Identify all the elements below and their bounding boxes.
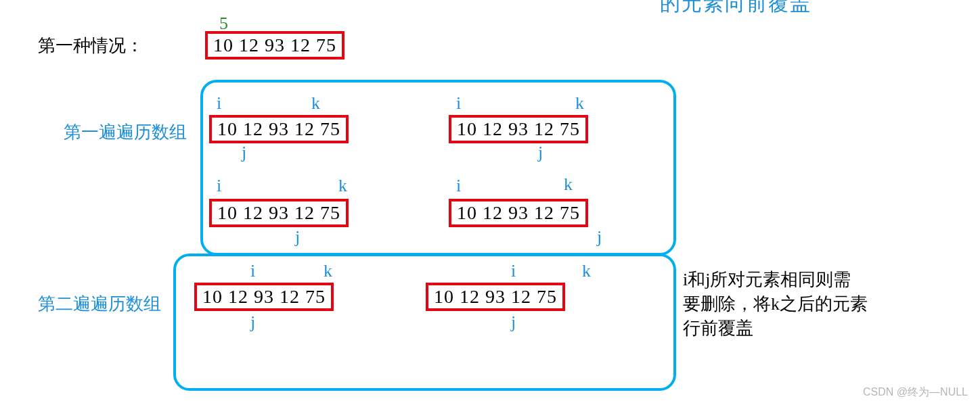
pass1-array-1: 10 12 93 12 75 [209,115,349,143]
p2a2-k: k [582,261,591,281]
p1a3-i: i [217,176,221,196]
p2a1-i: i [250,261,255,281]
p2a1-j: j [250,312,255,333]
pass2-label: 第二遍遍历数组 [38,292,161,316]
pass1-array-4: 10 12 93 12 75 [449,199,588,227]
explain-line-2: 要删除，将k之后的元素 [683,292,906,316]
p1a3-k: k [338,176,347,196]
p2a2-i: i [511,261,516,281]
p1a4-j: j [597,227,602,247]
p1a1-j: j [242,143,246,163]
pass1-label: 第一遍遍历数组 [64,120,187,144]
p1a4-i: i [456,176,461,196]
p1a2-i: i [456,93,461,114]
pass2-panel [173,254,676,391]
p1a4-k: k [564,174,573,195]
pass1-array-3: 10 12 93 12 75 [209,199,349,227]
case-title: 第一种情况： [38,34,143,57]
p1a1-k: k [311,93,320,114]
pass2-array-2: 10 12 93 12 75 [426,283,565,311]
explain-line-3: 行前覆盖 [683,316,906,341]
p1a2-j: j [538,143,543,163]
array-box-top: 10 12 93 12 75 [205,31,344,59]
p2a1-k: k [324,261,332,281]
pass1-array-2: 10 12 93 12 75 [449,115,588,143]
p1a1-i: i [217,93,221,114]
p1a2-k: k [575,93,584,114]
cutoff-text: 的元素向前覆盖 [660,0,811,18]
pass1-panel [200,80,676,256]
p2a2-j: j [511,312,516,333]
explain-line-1: i和j所对元素相同则需 [683,268,906,292]
explanation-text: i和j所对元素相同则需 要删除，将k之后的元素 行前覆盖 [683,268,906,341]
p1a3-j: j [295,227,300,247]
watermark: CSDN @终为—NULL [863,385,968,400]
pass2-array-1: 10 12 93 12 75 [194,283,334,311]
